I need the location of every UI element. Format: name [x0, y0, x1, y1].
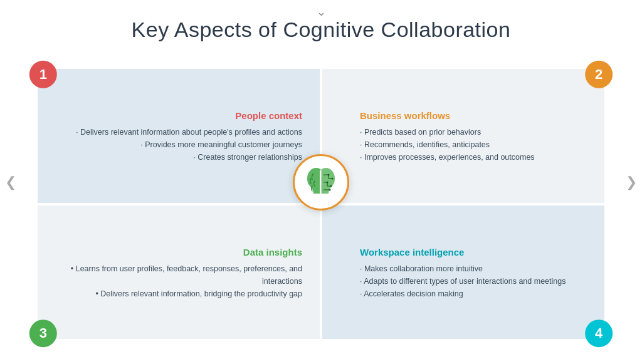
- list-item: Recommends, identifies, anticipates: [360, 138, 587, 151]
- svg-point-8: [327, 181, 329, 183]
- quadrant-workspace-intelligence: Workspace intelligence Makes collaborati…: [322, 205, 604, 340]
- badge-1: 1: [29, 61, 57, 88]
- badge-3: 3: [29, 320, 57, 347]
- list-item: Delivers relevant information, bridging …: [55, 288, 302, 300]
- business-workflows-list: Predicts based on prior behaviors Recomm…: [360, 126, 587, 164]
- list-item: Learns from user profiles, feedback, res…: [55, 263, 302, 288]
- list-item: Delivers relevant information about peop…: [76, 126, 302, 138]
- quadrant-business-workflows: Business workflows Predicts based on pri…: [322, 69, 604, 203]
- next-arrow-button[interactable]: ❯: [626, 174, 637, 190]
- business-workflows-title: Business workflows: [360, 110, 587, 121]
- list-item: Predicts based on prior behaviors: [360, 126, 587, 138]
- data-insights-list: Learns from user profiles, feedback, res…: [55, 263, 302, 300]
- prev-arrow-button[interactable]: ❮: [5, 174, 16, 190]
- svg-point-11: [329, 189, 331, 190]
- quadrant-people-context: People context Delivers relevant informa…: [38, 69, 320, 203]
- data-insights-title: Data insights: [243, 247, 302, 257]
- list-item: Creates stronger relationships: [76, 151, 302, 164]
- list-item: Improves processes, experiences, and out…: [360, 151, 587, 164]
- people-context-title: People context: [235, 110, 302, 121]
- page-title: Key Aspects of Cognitive Collaboration: [0, 18, 642, 42]
- brain-icon-container: [293, 154, 349, 211]
- quadrant-data-insights: Data insights Learns from user profiles,…: [38, 205, 320, 340]
- svg-point-4: [332, 177, 334, 179]
- chevron-down-icon: ⌄: [317, 5, 326, 19]
- badge-2: 2: [585, 61, 613, 88]
- list-item: Makes collaboration more intuitive: [360, 263, 587, 275]
- brain-circle: [293, 154, 349, 211]
- list-item: Accelerates decision making: [360, 288, 587, 300]
- svg-point-9: [330, 185, 332, 187]
- people-context-list: Delivers relevant information about peop…: [76, 126, 302, 164]
- brain-icon: [301, 162, 341, 202]
- svg-point-3: [328, 174, 330, 175]
- badge-4: 4: [585, 320, 613, 347]
- workspace-intelligence-title: Workspace intelligence: [360, 247, 587, 257]
- list-item: Adapts to different types of user intera…: [360, 275, 587, 288]
- list-item: Provides more meaningful customer journe…: [76, 138, 302, 151]
- workspace-intelligence-list: Makes collaboration more intuitive Adapt…: [360, 263, 587, 300]
- page-container: ⌄ Key Aspects of Cognitive Collaboration…: [0, 0, 642, 364]
